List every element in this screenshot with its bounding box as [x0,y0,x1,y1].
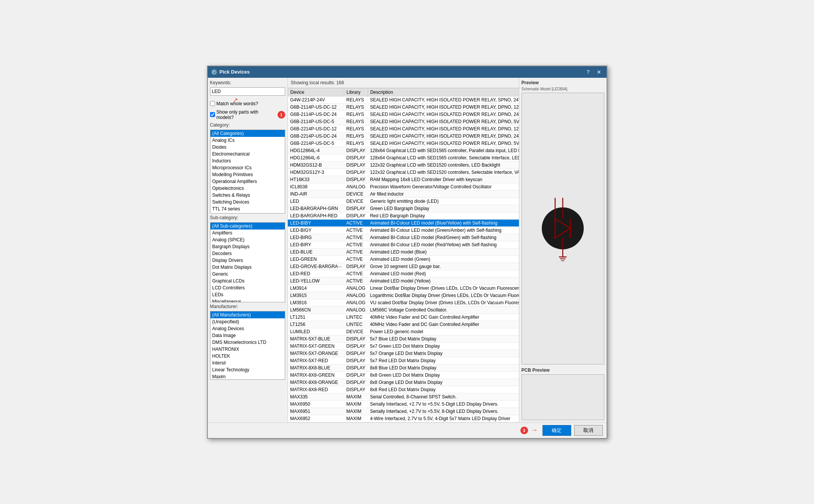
mfr-maxim[interactable]: Maxim [210,373,285,380]
table-row[interactable]: MATRIX-5X7-REDDISPLAY5x7 Red LED Dot Mat… [288,357,519,364]
category-item-diodes[interactable]: Diodes [210,144,285,151]
table-row[interactable]: MATRIX-8X8-BLUEDISPLAY8x8 Blue LED Dot M… [288,364,519,371]
mfr-data-image[interactable]: Data Image [210,332,285,339]
mfr-holtek[interactable]: HOLTEK [210,353,285,360]
category-item-ttl74ls[interactable]: TTL 74LS series [210,212,285,213]
subcategory-listbox[interactable]: (All Sub-categories) Amplifiers Analog (… [210,222,285,302]
table-row[interactable]: LEDDEVICEGeneric light emitting diode (L… [288,197,519,205]
col-device: Device [288,88,344,96]
table-row[interactable]: MATRIX-5X7-ORANGEDISPLAY5x7 Orange LED D… [288,350,519,357]
table-row[interactable]: LUMILEDDEVICEPower LED generic model [288,328,519,335]
table-row[interactable]: LED-BLUEACTIVEAnimated LED model (Blue) [288,248,519,255]
table-row[interactable]: HDG12864L-6DISPLAY128x64 Graphical LCD w… [288,154,519,161]
category-item-electro[interactable]: Electromechanical [210,151,285,157]
table-row[interactable]: LT1256LINTEC40MHz Video Fader and DC Gai… [288,321,519,328]
mfr-intersil[interactable]: Intersil [210,360,285,366]
subcat-lcd-controllers[interactable]: LCD Controllers [210,284,285,291]
description: 40MHz Video Fader and DC Gain Controlled… [368,321,519,328]
library-name: DEVICE [344,190,368,197]
device-name: IND-AIR [288,190,344,197]
mfr-dms[interactable]: DMS Microelectronics LTD [210,339,285,346]
mfr-linear[interactable]: Linear Technology [210,366,285,373]
mfr-hantronix[interactable]: HANTRONIX [210,346,285,353]
category-item-opto[interactable]: Optoelectronics [210,185,285,192]
library-name: DISPLAY [344,357,368,364]
table-row[interactable]: LED-GROVE-BARGRA···DISPLAYGrove 10 segme… [288,263,519,270]
category-item-analogics[interactable]: Analog ICs [210,137,285,144]
window-title: Pick Devices [220,69,250,75]
subcat-decoders[interactable]: Decoders [210,250,285,257]
table-row[interactable]: LED-BARGRAPH-REDDISPLAYRed LED Bargraph … [288,212,519,219]
table-row[interactable]: MATRIX-8X8-GREENDISPLAY8x8 Green LED Dot… [288,371,519,379]
help-button[interactable]: ? [584,68,593,76]
mfr-analog-devices[interactable]: Analog Devices [210,325,285,332]
table-row[interactable]: HDM32GS12Y-3DISPLAY122x32 Graphical LCD … [288,169,519,176]
table-row[interactable]: LED-BARGRAPH-GRNDISPLAYGreen LED Bargrap… [288,205,519,212]
category-item-opamp[interactable]: Operational Amplifiers [210,178,285,185]
subcat-amplifiers[interactable]: Amplifiers [210,230,285,236]
subcat-dot-matrix[interactable]: Dot Matrix Displays [210,264,285,271]
subcat-analog-spice[interactable]: Analog (SPICE) [210,236,285,243]
category-item-switching[interactable]: Switching Devices [210,199,285,205]
table-row[interactable]: LED-REDACTIVEAnimated LED model (Red) [288,270,519,277]
table-row[interactable]: LED-BIBYACTIVEAnimated BI-Colour LED mod… [288,219,519,226]
table-row[interactable]: MAX335MAXIMSerial Controlled, 8-Channel … [288,393,519,400]
subcat-display-drivers[interactable]: Display Drivers [210,257,285,264]
subcat-miscellaneous[interactable]: Miscellaneous [210,298,285,302]
table-row[interactable]: G6B-2114P-US-DC-12RELAYSSEALED HIGH CAPA… [288,103,519,111]
table-row[interactable]: LED-BIGYACTIVEAnimated BI-Colour LED mod… [288,226,519,234]
manufacturer-listbox[interactable]: (All Manufacturers) (Unspecified) Analog… [210,311,285,380]
subcat-leds[interactable]: LEDs [210,291,285,298]
table-row[interactable]: G6B-2114P-US-DC-24RELAYSSEALED HIGH CAPA… [288,111,519,118]
table-row[interactable]: LED-GREENACTIVEAnimated LED model (Green… [288,255,519,263]
table-row[interactable]: LM3914ANALOGLinear Dot/Bar Display Drive… [288,284,519,292]
device-table-wrapper[interactable]: Device Library Description G4W-2214P-24V… [288,88,519,422]
cancel-button[interactable]: 取消 [574,425,603,436]
table-row[interactable]: LED-BIRGACTIVEAnimated BI-Colour LED mod… [288,234,519,241]
table-row[interactable]: LM3916ANALOGVU scaled Dot/Bar Display Dr… [288,299,519,306]
table-row[interactable]: G6B-2214P-US-DC-5RELAYSSEALED HIGH CAPAC… [288,140,519,147]
table-row[interactable]: G6B-2114P-US-DC-5RELAYSSEALED HIGH CAPAC… [288,118,519,125]
table-row[interactable]: MATRIX-5X7-BLUEDISPLAY5x7 Blue LED Dot M… [288,335,519,342]
table-row[interactable]: G6B-2214P-US-DC-24RELAYSSEALED HIGH CAPA… [288,132,519,140]
category-item-ttl74[interactable]: TTL 74 series [210,205,285,212]
table-row[interactable]: G4W-2214P-24VRELAYSSEALED HIGH CAPACITY,… [288,96,519,103]
mfr-all[interactable]: (All Manufacturers) [210,311,285,318]
description: Animated LED model (Blue) [368,248,519,255]
table-row[interactable]: MAX6950MAXIMSerially Interfaced, +2.7V t… [288,400,519,408]
category-item-modelling[interactable]: Modelling Primitives [210,171,285,178]
table-row[interactable]: MATRIX-8X8-ORANGEDISPLAY8x8 Orange LED D… [288,379,519,386]
subcat-generic[interactable]: Generic [210,271,285,278]
match-whole-checkbox[interactable] [210,101,215,106]
table-row[interactable]: HT16K33DISPLAYRAM Mapping 16x8 LED Contr… [288,176,519,183]
ok-button[interactable]: 确定 [543,425,571,436]
keywords-input[interactable] [210,87,285,96]
library-name: LINTEC [344,321,368,328]
table-row[interactable]: MAX6951MAXIMSerially Interfaced, +2.7V t… [288,408,519,415]
mfr-unspecified[interactable]: (Unspecified) [210,318,285,325]
category-item-switches[interactable]: Switches & Relays [210,192,285,199]
show-only-checkbox[interactable] [210,112,215,117]
table-row[interactable]: LM566CNANALOGLM566C Voltage Controlled O… [288,306,519,313]
table-row[interactable]: HDM32GS12-BDISPLAY122x32 Graphical LCD w… [288,161,519,169]
library-name: RELAYS [344,118,368,125]
table-row[interactable]: IND-AIRDEVICEAir filled inductor [288,190,519,197]
category-item-inductors[interactable]: Inductors [210,157,285,164]
table-row[interactable]: LED-YELLOWACTIVEAnimated LED model (Yell… [288,277,519,284]
table-row[interactable]: MATRIX-8X8-REDDISPLAY8x8 Red LED Dot Mat… [288,386,519,393]
table-row[interactable]: G6B-2214P-US-DC-12RELAYSSEALED HIGH CAPA… [288,125,519,132]
table-row[interactable]: HDG12864L-4DISPLAY128x64 Graphical LCD w… [288,147,519,154]
table-row[interactable]: MAX6952MAXIM4-Wire Interfaced, 2.7V to 5… [288,415,519,422]
close-button[interactable]: ✕ [594,68,604,76]
category-listbox[interactable]: (All Categories) Analog ICs Diodes Elect… [210,130,285,213]
subcat-bargraph[interactable]: Bargraph Displays [210,243,285,250]
table-row[interactable]: LT1251LINTEC40MHz Video Fader and DC Gai… [288,313,519,321]
table-row[interactable]: LED-BIRYACTIVEAnimated BI-Colour LED mod… [288,241,519,248]
subcat-all[interactable]: (All Sub-categories) [210,223,285,230]
table-row[interactable]: MATRIX-5X7-GREENDISPLAY5x7 Green LED Dot… [288,342,519,350]
subcat-graphical-lcds[interactable]: Graphical LCDs [210,278,285,284]
category-item-microprocessor[interactable]: Microprocessor ICs [210,164,285,171]
table-row[interactable]: LM3915ANALOGLogarithmic Dot/Bar Display … [288,292,519,299]
category-item-all[interactable]: (All Categories) [210,130,285,137]
table-row[interactable]: ICL8038ANALOGPrecision Waveform Generato… [288,183,519,190]
